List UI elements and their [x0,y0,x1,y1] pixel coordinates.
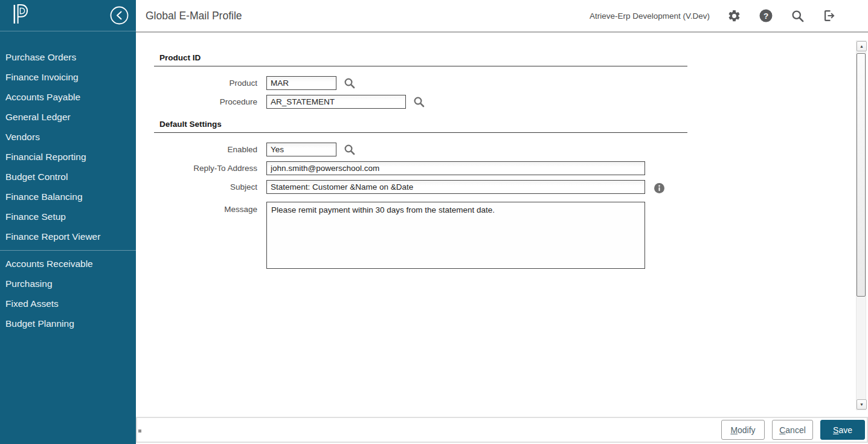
action-footer: Modify Cancel Save [136,417,868,443]
procedure-lookup-button[interactable] [413,96,425,108]
section-heading-default-settings: Default Settings [154,120,687,133]
help-icon: ? [759,8,773,23]
enabled-row: Enabled [154,143,687,156]
message-row: Message Please remit payment within 30 d… [154,202,687,269]
chevron-left-icon [110,6,129,25]
procedure-label: Procedure [154,97,262,106]
sidebar-item-accounts-receivable[interactable]: Accounts Receivable [0,254,136,274]
scrollbar-down-button[interactable]: ▼ [857,399,867,410]
sidebar-item-general-ledger[interactable]: General Ledger [0,107,136,127]
subject-row: Subject [154,180,687,194]
product-input[interactable] [266,76,336,90]
sidebar-item-purchase-orders[interactable]: Purchase Orders [0,47,136,67]
procedure-row: Procedure [154,95,687,109]
cancel-button-label: Cancel [779,425,806,435]
subject-label: Subject [154,182,262,191]
sidebar-item-vendors[interactable]: Vendors [0,127,136,147]
lookup-search-icon [344,77,355,89]
powerschool-logo-icon [11,4,29,27]
message-label: Message [154,202,262,214]
lookup-search-icon [344,144,355,155]
lookup-search-icon [413,96,425,108]
sidebar-nav: Purchase Orders Finance Invoicing Accoun… [0,31,136,333]
message-textarea[interactable]: Please remit payment within 30 days from… [266,202,645,269]
top-bar: Global E-Mail Profile Atrieve-Erp Develo… [136,0,868,33]
sidebar-group-divider [0,250,136,251]
subject-info-button[interactable] [654,183,664,193]
section-heading-product-id: Product ID [154,53,687,66]
procedure-input[interactable] [266,95,406,109]
product-lookup-button[interactable] [344,77,355,89]
sidebar-item-budget-control[interactable]: Budget Control [0,167,136,187]
environment-name: Atrieve-Erp Development (V.Dev) [590,11,710,21]
sidebar-item-fixed-assets[interactable]: Fixed Assets [0,294,136,314]
product-row: Product [154,76,687,90]
sidebar-item-finance-invoicing[interactable]: Finance Invoicing [0,67,136,87]
subject-input[interactable] [266,180,645,194]
help-button[interactable]: ? [759,8,773,23]
sidebar-item-budget-planning[interactable]: Budget Planning [0,314,136,333]
collapse-sidebar-button[interactable] [110,6,129,25]
search-icon [791,9,805,23]
page-title: Global E-Mail Profile [136,10,242,22]
sidebar-header [0,0,136,31]
sidebar-item-finance-report-viewer[interactable]: Finance Report Viewer [0,227,136,246]
sidebar-item-purchasing[interactable]: Purchasing [0,274,136,294]
enabled-lookup-button[interactable] [344,144,355,155]
logout-button[interactable] [822,8,837,23]
sidebar-item-financial-reporting[interactable]: Financial Reporting [0,147,136,167]
sidebar-item-finance-setup[interactable]: Finance Setup [0,207,136,227]
scrollbar-thumb[interactable] [857,53,866,297]
footer-grip-dot [138,430,141,433]
scrollbar-up-button[interactable]: ▲ [857,41,867,51]
scrollbar-up-icon: ▲ [860,44,864,48]
topbar-actions: Atrieve-Erp Development (V.Dev) ? [590,8,868,23]
vertical-scrollbar[interactable]: ▲ ▼ [856,40,866,410]
save-button[interactable]: Save [820,420,865,440]
gear-icon [727,9,741,23]
logout-icon [822,8,837,23]
save-button-label: Save [833,425,852,435]
modify-button-label: Modify [730,425,755,435]
sidebar-item-accounts-payable[interactable]: Accounts Payable [0,87,136,107]
cancel-button[interactable]: Cancel [772,420,813,440]
modify-button[interactable]: Modify [721,420,765,440]
sidebar: Purchase Orders Finance Invoicing Accoun… [0,0,136,444]
reply-to-row: Reply-To Address [154,161,687,175]
settings-button[interactable] [727,9,741,23]
product-label: Product [154,79,262,88]
sidebar-item-finance-balancing[interactable]: Finance Balancing [0,187,136,207]
svg-text:?: ? [764,11,768,21]
search-button[interactable] [791,9,805,23]
reply-to-input[interactable] [266,161,645,175]
scrollbar-down-icon: ▼ [860,402,864,407]
info-icon [654,183,664,193]
main-content: Product ID Product Procedure Default Set… [136,33,868,417]
global-email-profile-form: Product ID Product Procedure Default Set… [154,53,687,269]
enabled-label: Enabled [154,145,262,154]
enabled-input[interactable] [266,143,336,156]
reply-to-label: Reply-To Address [154,164,262,173]
